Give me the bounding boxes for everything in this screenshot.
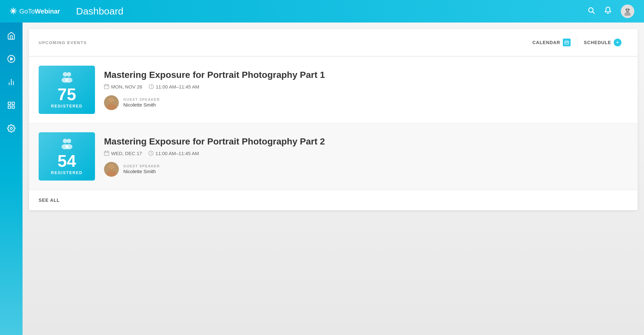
events-panel: UPCOMING EVENTS CALENDAR bbox=[29, 29, 638, 210]
event-card[interactable]: 54 REGISTERED Mastering Exposure for Por… bbox=[29, 123, 638, 190]
schedule-button[interactable]: SCHEDULE + bbox=[577, 36, 628, 49]
speaker-info: GUEST SPEAKER Nicolette Smith bbox=[123, 98, 160, 107]
events-actions: CALENDAR bbox=[526, 36, 628, 49]
schedule-label: SCHEDULE bbox=[584, 40, 611, 45]
event-card[interactable]: 75 REGISTERED Mastering Exposure for Por… bbox=[29, 57, 638, 123]
event-thumbnail: 54 REGISTERED bbox=[39, 132, 95, 181]
svg-rect-21 bbox=[566, 43, 567, 43]
registered-label: REGISTERED bbox=[51, 171, 82, 175]
event-info: Mastering Exposure for Portrait Photogra… bbox=[104, 136, 628, 177]
svg-rect-27 bbox=[104, 85, 109, 89]
registered-count: 54 bbox=[58, 153, 76, 169]
bell-icon[interactable] bbox=[604, 6, 612, 16]
svg-rect-14 bbox=[12, 106, 14, 108]
speaker-name: Nicolette Smith bbox=[123, 169, 160, 174]
svg-point-38 bbox=[63, 139, 67, 143]
svg-rect-42 bbox=[104, 151, 109, 155]
svg-point-4 bbox=[626, 9, 627, 10]
event-date-item: MON, NOV 26 bbox=[104, 84, 142, 89]
sidebar-item-play[interactable] bbox=[5, 52, 18, 66]
event-name: Mastering Exposure for Portrait Photogra… bbox=[104, 70, 628, 80]
svg-line-33 bbox=[151, 87, 152, 87]
svg-point-15 bbox=[10, 127, 13, 130]
svg-point-24 bbox=[67, 72, 71, 77]
content-area: UPCOMING EVENTS CALENDAR bbox=[23, 23, 644, 335]
speaker-info: GUEST SPEAKER Nicolette Smith bbox=[123, 164, 160, 174]
user-avatar[interactable] bbox=[621, 5, 634, 18]
speaker-avatar bbox=[104, 162, 119, 177]
calendar-icon bbox=[563, 39, 571, 46]
header-icons bbox=[587, 5, 634, 18]
svg-marker-7 bbox=[11, 58, 13, 60]
logo-text: GoToWebinar bbox=[19, 8, 60, 15]
calendar-button[interactable]: CALENDAR bbox=[526, 36, 577, 49]
svg-point-39 bbox=[67, 139, 71, 143]
svg-point-23 bbox=[63, 72, 67, 77]
upcoming-events-label: UPCOMING EVENTS bbox=[39, 40, 87, 45]
people-icon bbox=[60, 138, 74, 151]
event-speaker: GUEST SPEAKER Nicolette Smith bbox=[104, 95, 628, 110]
speaker-role-label: GUEST SPEAKER bbox=[123, 98, 160, 101]
event-date-item: WED, DEC 17 bbox=[104, 151, 142, 156]
svg-point-3 bbox=[624, 12, 631, 16]
event-meta: WED, DEC 17 11:00 AM–11:45 AM bbox=[104, 151, 628, 156]
search-icon[interactable] bbox=[587, 6, 595, 16]
add-icon: + bbox=[614, 39, 621, 46]
event-name: Mastering Exposure for Portrait Photogra… bbox=[104, 136, 628, 147]
event-meta: MON, NOV 26 11:00 AM–11:45 AM bbox=[104, 84, 628, 89]
event-time: 11:00 AM–11:45 AM bbox=[156, 84, 199, 89]
main-layout: UPCOMING EVENTS CALENDAR bbox=[0, 23, 644, 335]
event-date: MON, NOV 26 bbox=[111, 84, 142, 89]
event-date: WED, DEC 17 bbox=[111, 151, 142, 156]
see-all-link[interactable]: SEE ALL bbox=[39, 198, 60, 203]
svg-line-48 bbox=[151, 153, 152, 154]
sidebar-item-home[interactable] bbox=[5, 29, 18, 42]
see-all-section: SEE ALL bbox=[29, 190, 638, 210]
event-info: Mastering Exposure for Portrait Photogra… bbox=[104, 70, 628, 110]
speaker-role-label: GUEST SPEAKER bbox=[123, 164, 160, 168]
sidebar-item-settings[interactable] bbox=[5, 122, 18, 135]
event-time: 11:00 AM–11:45 AM bbox=[156, 151, 199, 156]
event-speaker: GUEST SPEAKER Nicolette Smith bbox=[104, 162, 628, 177]
registered-count: 75 bbox=[58, 86, 76, 103]
sidebar-item-analytics[interactable] bbox=[5, 75, 18, 89]
svg-point-5 bbox=[628, 9, 630, 10]
event-time-item: 11:00 AM–11:45 AM bbox=[149, 84, 199, 89]
speaker-name: Nicolette Smith bbox=[123, 102, 160, 107]
speaker-avatar bbox=[104, 95, 119, 110]
registered-label: REGISTERED bbox=[51, 104, 82, 108]
calendar-label: CALENDAR bbox=[532, 40, 560, 45]
svg-rect-11 bbox=[8, 102, 11, 105]
svg-rect-13 bbox=[8, 106, 11, 108]
sidebar-item-grid[interactable] bbox=[5, 98, 18, 112]
top-bar: ✳ GoToWebinar Dashboard bbox=[0, 0, 644, 23]
page-title: Dashboard bbox=[76, 6, 123, 17]
svg-rect-22 bbox=[567, 43, 568, 43]
sidebar bbox=[0, 23, 23, 335]
svg-line-1 bbox=[593, 12, 595, 14]
svg-point-41 bbox=[65, 144, 72, 149]
logo: ✳ GoToWebinar bbox=[10, 6, 60, 16]
people-icon bbox=[60, 71, 74, 84]
svg-point-26 bbox=[65, 78, 72, 83]
logo-asterisk: ✳ bbox=[10, 6, 17, 16]
event-time-item: 11:00 AM–11:45 AM bbox=[148, 151, 199, 156]
svg-rect-20 bbox=[565, 43, 566, 43]
event-thumbnail: 75 REGISTERED bbox=[39, 66, 95, 114]
events-panel-header: UPCOMING EVENTS CALENDAR bbox=[29, 29, 638, 56]
svg-rect-12 bbox=[12, 102, 14, 105]
